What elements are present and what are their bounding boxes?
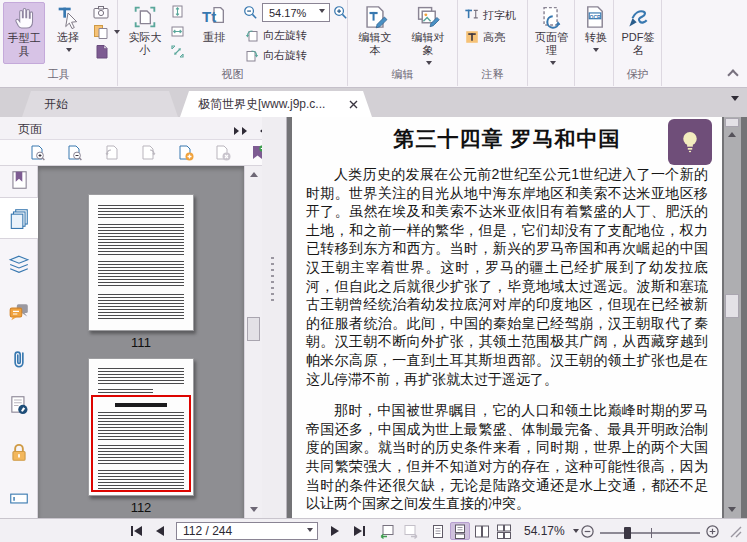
convert-button[interactable]: OCR 转换	[578, 2, 611, 64]
zoom-level-value: 54.17%	[263, 7, 315, 19]
edit-object-button[interactable]: 编辑对象	[404, 2, 452, 64]
single-page-layout-button[interactable]	[428, 522, 448, 540]
resize-grip[interactable]	[729, 525, 742, 538]
thumb-zoom-out-button[interactable]	[66, 144, 84, 162]
assistant-bulb-button[interactable]	[668, 119, 712, 165]
tab-list-caret-icon[interactable]	[731, 96, 739, 105]
thumb-rotate-left-button[interactable]	[103, 144, 121, 162]
ribbon-group-protect: PDF签名 保护	[614, 0, 662, 86]
document-viewport[interactable]: 第三十四章 罗马和中国 人类历史的发展在公元前2世纪至公元1世纪进入了一个新的时…	[287, 117, 747, 518]
pages-panel-button[interactable]	[8, 207, 30, 229]
select-tool-button[interactable]: 选择	[48, 2, 88, 64]
document-scrollbar[interactable]	[724, 117, 741, 518]
panel-scrollbar-thumb[interactable]	[247, 317, 260, 341]
edit-object-label: 编辑对象	[410, 31, 446, 57]
hand-tool-button[interactable]: 手型工具	[3, 2, 45, 64]
fields-panel-button[interactable]	[8, 487, 30, 509]
reflow-button[interactable]: Tt 重排	[196, 2, 232, 64]
ribbon-collapse-icon[interactable]	[728, 70, 738, 76]
group-label-protect: 保护	[614, 67, 661, 82]
page-combo-caret-icon	[307, 528, 313, 535]
zoom-in-slider-button[interactable]	[703, 523, 721, 539]
paste-icon	[92, 23, 110, 41]
pages-panel-title: 页面	[18, 121, 42, 138]
security-panel-button[interactable]	[8, 441, 30, 463]
convert-label: 转换	[578, 31, 614, 44]
scrollbar-split-box[interactable]	[725, 118, 739, 127]
thumbnail-page-112[interactable]	[88, 358, 194, 496]
edit-text-button[interactable]: 编辑文本	[353, 2, 397, 64]
signatures-panel-button[interactable]	[8, 394, 30, 416]
layers-panel-button[interactable]	[8, 254, 30, 276]
panel-scroll-down-icon[interactable]	[250, 507, 258, 512]
actual-size-button[interactable]: 实际大小	[124, 2, 166, 64]
fit-page-button[interactable]	[170, 44, 190, 63]
highlight-button[interactable]: 高亮	[464, 27, 505, 47]
thumb-zoom-in-button[interactable]	[29, 144, 47, 162]
edit-object-icon	[415, 4, 441, 30]
last-page-button[interactable]	[350, 523, 368, 539]
attachments-panel-button[interactable]	[8, 348, 30, 370]
insert-page-button[interactable]	[177, 144, 195, 162]
snapshot-button[interactable]	[92, 3, 112, 22]
paragraph-2: 那时，中国被世界瞩目，它的人口和领土比巅峰时期的罗马帝国还多，中国成为世上最繁盛…	[306, 401, 708, 513]
comments-panel-button[interactable]	[8, 301, 30, 323]
doc-scrollbar-thumb[interactable]	[725, 294, 739, 318]
panel-scroll-up-icon[interactable]	[250, 172, 258, 177]
fit-width-button[interactable]	[170, 24, 190, 43]
tab-start-label: 开始	[44, 96, 68, 113]
zoom-slider-track[interactable]	[600, 532, 700, 534]
previous-page-button[interactable]	[151, 523, 169, 539]
fit-height-button[interactable]	[170, 4, 190, 23]
previous-view-button[interactable]	[378, 523, 396, 539]
zoom-slider-thumb[interactable]	[624, 527, 631, 539]
page-clip-button[interactable]	[92, 43, 112, 62]
bookmarks-panel-button[interactable]	[8, 169, 30, 191]
rotate-right-button[interactable]: 向右旋转	[244, 45, 307, 65]
lock-icon	[8, 441, 30, 463]
camera-icon	[92, 3, 110, 21]
next-page-button[interactable]	[326, 523, 344, 539]
paperclip-icon	[8, 348, 30, 370]
page-manage-caret-icon	[550, 61, 556, 68]
panel-scrollbar[interactable]	[244, 166, 262, 518]
doc-scroll-down-icon[interactable]	[728, 507, 736, 512]
plus-circle-icon	[705, 524, 720, 539]
pane-splitter[interactable]	[262, 117, 287, 518]
hand-icon	[12, 5, 36, 31]
continuous-layout-button[interactable]	[450, 522, 470, 540]
document-page[interactable]: 第三十四章 罗马和中国 人类历史的发展在公元前2世纪至公元1世纪进入了一个新的时…	[292, 117, 722, 518]
delete-page-button[interactable]	[214, 144, 232, 162]
pen-signature-icon	[625, 4, 651, 30]
next-view-button[interactable]	[402, 523, 420, 539]
pages-icon	[8, 207, 30, 229]
first-page-button[interactable]	[127, 523, 145, 539]
edit-text-icon	[362, 4, 388, 30]
zoom-out-button[interactable]	[242, 4, 262, 23]
next-view-icon	[403, 523, 419, 539]
zoom-level-combo[interactable]: 54.17%	[262, 3, 330, 22]
facing-continuous-layout-button[interactable]	[494, 522, 514, 540]
reflow-label: 重排	[196, 31, 232, 44]
page-number-combo[interactable]: 112 / 244	[176, 522, 318, 540]
splitter-grip[interactable]	[271, 257, 274, 301]
pdf-sign-button[interactable]: PDF签名	[619, 2, 657, 64]
tab-document[interactable]: 极简世界史[www.j9p.c...	[180, 91, 372, 117]
clipboard-button[interactable]	[92, 23, 112, 42]
panel-expand-icon[interactable]	[234, 124, 247, 138]
page-manage-button[interactable]: 页面管理	[531, 2, 572, 64]
doc-scroll-up-icon[interactable]	[728, 132, 736, 137]
facing-layout-button[interactable]	[472, 522, 492, 540]
rotate-left-button[interactable]: 向左旋转	[244, 25, 307, 45]
typewriter-label: 打字机	[483, 8, 516, 23]
tab-close-icon[interactable]	[349, 100, 358, 109]
thumbnail-page-111[interactable]	[88, 194, 194, 331]
minus-circle-icon	[580, 524, 595, 539]
zoom-out-slider-button[interactable]	[578, 523, 596, 539]
tab-start[interactable]: 开始	[22, 91, 178, 117]
ribbon-group-view: 实际大小 Tt 重排 54.17%	[118, 0, 348, 86]
typewriter-button[interactable]: 打字机	[464, 5, 516, 25]
convert-caret-icon	[593, 48, 599, 55]
pdf-sign-label: PDF签名	[620, 31, 656, 57]
thumb-rotate-right-button[interactable]	[140, 144, 158, 162]
